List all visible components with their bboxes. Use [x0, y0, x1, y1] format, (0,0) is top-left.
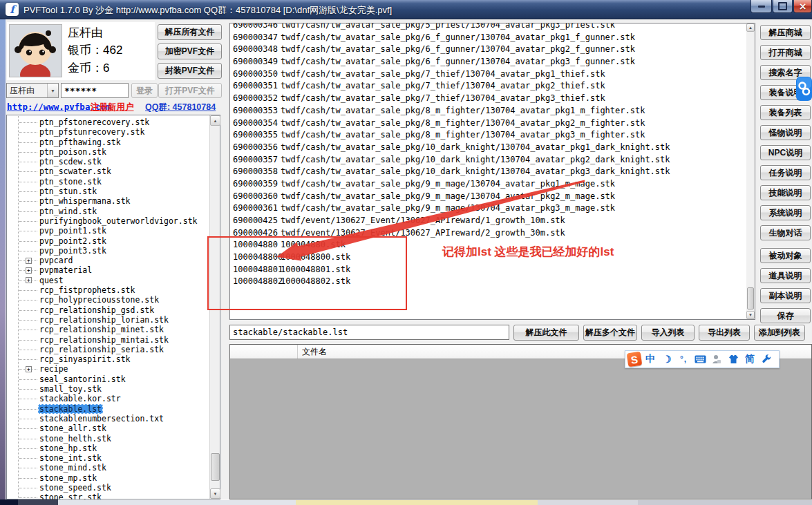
- tree-item[interactable]: + rcp_sinyaspirit.stk: [6, 354, 208, 364]
- expand-plus-icon[interactable]: +: [26, 366, 32, 372]
- maximize-button[interactable]: [773, 0, 793, 13]
- tree-item[interactable]: + ptn_scdew.stk: [6, 157, 208, 166]
- list-scrollbar-thumb[interactable]: [747, 287, 754, 309]
- right-tool-button[interactable]: 打开商城: [760, 45, 811, 60]
- tree-item[interactable]: + ptn_wind.stk: [6, 207, 208, 216]
- bottom-action-button[interactable]: 添加到列表: [754, 325, 805, 341]
- tree-item[interactable]: + seal_santorini.stk: [6, 374, 208, 384]
- tree-item[interactable]: + small_toy.stk: [6, 384, 208, 394]
- file-list-row[interactable]: 690000353 twdf/cash/tw_avatar_sale_pkg/8…: [230, 106, 755, 118]
- right-tool-button[interactable]: 解压商城: [760, 25, 811, 40]
- tree-item[interactable]: + stackable.kor.str: [6, 394, 208, 403]
- right-tool-button[interactable]: 副本说明: [760, 288, 811, 303]
- tree-item[interactable]: + rcp_relationship_seria.stk: [6, 345, 208, 354]
- tree-item[interactable]: + pvp_point1.stk: [6, 226, 208, 236]
- tree-item[interactable]: + rcp_relationship_lorian.stk: [6, 315, 208, 325]
- qq-group-link[interactable]: QQ群: 457810784: [145, 102, 216, 113]
- sogou-logo-icon[interactable]: S: [627, 352, 643, 368]
- tree-item[interactable]: + pvp_point3.stk: [6, 246, 208, 256]
- tree-item[interactable]: + pvpcard: [6, 256, 208, 265]
- right-tool-button[interactable]: 怪物说明: [760, 125, 811, 140]
- open-pvf-button[interactable]: 打开PVF文件: [158, 83, 222, 98]
- user-center-icon[interactable]: [709, 352, 724, 366]
- tree-item[interactable]: + ptn_scwater.stk: [6, 166, 208, 176]
- right-tool-button[interactable]: NPC说明: [760, 145, 811, 160]
- simplified-chinese-icon[interactable]: 简: [742, 352, 757, 366]
- scroll-up-icon[interactable]: ▲: [210, 115, 220, 126]
- expand-plus-icon[interactable]: +: [26, 267, 32, 274]
- tree-item[interactable]: + rcp_relationship_gsd.stk: [6, 305, 208, 315]
- skin-shirt-icon[interactable]: [726, 352, 741, 366]
- file-list-row[interactable]: 690000352 twdf/cash/tw_avatar_sale_pkg/7…: [230, 93, 755, 106]
- right-tool-button[interactable]: 保存: [760, 308, 811, 323]
- file-list-row[interactable]: 690000354 twdf/cash/tw_avatar_sale_pkg/8…: [230, 118, 755, 131]
- file-list-row[interactable]: 690000355 twdf/cash/tw_avatar_sale_pkg/8…: [230, 130, 755, 142]
- tree-item[interactable]: + recipe: [6, 364, 208, 374]
- right-tool-button[interactable]: 任务说明: [760, 165, 811, 180]
- account-dropdown[interactable]: 压杆由 ▼: [6, 83, 59, 98]
- tree-item[interactable]: + stone_mind.stk: [6, 463, 208, 473]
- tree-item[interactable]: + stackable.lst: [6, 404, 208, 414]
- tree-item[interactable]: + stackablenumbersection.txt: [6, 414, 208, 423]
- punctuation-icon[interactable]: °,: [676, 352, 691, 366]
- tree-item[interactable]: + stone_helth.stk: [6, 434, 208, 444]
- top-action-button[interactable]: 加密PVF文件: [158, 44, 222, 59]
- file-list-row[interactable]: 690000359 twdf/cash/tw_avatar_sale_pkg/9…: [230, 179, 755, 191]
- tree-item[interactable]: + ptn_pfstonerecovery.stk: [6, 117, 208, 127]
- taskbar-strip[interactable]: [0, 499, 812, 505]
- bottom-action-button[interactable]: 解压此文件: [513, 325, 579, 341]
- file-list-row[interactable]: 690000356 twdf/cash/tw_avatar_sale_pkg/1…: [230, 142, 755, 155]
- file-list-row[interactable]: 690000349 twdf/cash/tw_avatar_sale_pkg/6…: [230, 57, 755, 69]
- tree-item[interactable]: + rcp_fistprophets.stk: [6, 285, 208, 295]
- tree-item[interactable]: + stone_allr.stk: [6, 423, 208, 433]
- floating-share-icon[interactable]: [796, 77, 812, 101]
- scroll-down-icon[interactable]: ▼: [746, 311, 755, 319]
- expand-plus-icon[interactable]: +: [26, 258, 32, 264]
- ime-toolbar[interactable]: S 中 ☽ °, 简: [625, 350, 780, 368]
- tree-item[interactable]: + ptn_pfstunrecovery.stk: [6, 127, 208, 137]
- tree-item[interactable]: + pvpmaterial: [6, 265, 208, 275]
- file-list-row[interactable]: 690000361 twdf/cash/tw_avatar_sale_pkg/9…: [230, 203, 755, 216]
- register-link[interactable]: 注册新用户: [91, 102, 134, 113]
- tree-item[interactable]: + ptn_pfthawing.stk: [6, 137, 208, 147]
- soft-keyboard-icon[interactable]: [692, 352, 708, 366]
- chinese-mode-icon[interactable]: 中: [643, 352, 658, 366]
- scroll-down-icon[interactable]: ▼: [210, 488, 220, 499]
- tree-item[interactable]: + quest: [6, 276, 208, 285]
- fullwidth-moon-icon[interactable]: ☽: [659, 352, 674, 366]
- expand-plus-icon[interactable]: +: [26, 277, 32, 283]
- right-tool-button[interactable]: 生物对话: [760, 225, 811, 240]
- bottom-action-button[interactable]: 解压多个文件: [583, 325, 637, 341]
- titlebar[interactable]: f PVFTool 1.7.0 By 沙金 http://www.pvfba.c…: [0, 0, 812, 19]
- list-scrollbar[interactable]: ▲ ▼: [746, 23, 755, 319]
- minimize-button[interactable]: [750, 0, 772, 13]
- tree-item[interactable]: + rcp_relationship_mintai.stk: [6, 335, 208, 345]
- tree-item[interactable]: + pvp_point2.stk: [6, 236, 208, 246]
- tree-item[interactable]: + stone_mp.stk: [6, 473, 208, 483]
- tree-item[interactable]: + ptn_poison.stk: [6, 147, 208, 157]
- file-list-row[interactable]: 690000425 twdf/event/130627_Event/130627…: [230, 216, 755, 228]
- right-tool-button[interactable]: 道具说明: [760, 268, 811, 283]
- tree-item[interactable]: + stone_int.stk: [6, 453, 208, 463]
- tree-item[interactable]: + purifyingbook_outerworldvigor.stk: [6, 216, 208, 226]
- tree-item[interactable]: + ptn_whispermana.stk: [6, 196, 208, 206]
- file-list-row[interactable]: 690000358 twdf/cash/tw_avatar_sale_pkg/1…: [230, 166, 755, 179]
- password-field[interactable]: [61, 83, 129, 98]
- close-button[interactable]: ×: [793, 0, 812, 13]
- bottom-action-button[interactable]: 导出列表: [699, 325, 750, 341]
- table-header-empty-cell[interactable]: [230, 345, 298, 359]
- file-list-row[interactable]: 690000347 twdf/cash/tw_avatar_sale_pkg/6…: [230, 32, 755, 45]
- selected-path-input[interactable]: [229, 325, 509, 340]
- file-list-row[interactable]: 690000360 twdf/cash/tw_avatar_sale_pkg/9…: [230, 191, 755, 204]
- bottom-action-button[interactable]: 导入列表: [641, 325, 695, 341]
- scroll-up-icon[interactable]: ▲: [746, 23, 755, 32]
- file-list-row[interactable]: 690000350 twdf/cash/tw_avatar_sale_pkg/7…: [230, 69, 755, 82]
- tree-item[interactable]: + ptn_stone.stk: [6, 177, 208, 187]
- top-action-button[interactable]: 封装PVF文件: [158, 63, 222, 79]
- tree-scrollbar-thumb[interactable]: [211, 453, 220, 481]
- chevron-down-icon[interactable]: ▼: [47, 84, 58, 97]
- tree-item[interactable]: + stone_speed.stk: [6, 483, 208, 493]
- file-list-row[interactable]: 690000346 twdf/cash/tw_avatar_sale_pkg/5…: [230, 23, 755, 32]
- right-tool-button[interactable]: 装备列表: [760, 105, 811, 120]
- file-list-row[interactable]: 690000351 twdf/cash/tw_avatar_sale_pkg/7…: [230, 81, 755, 93]
